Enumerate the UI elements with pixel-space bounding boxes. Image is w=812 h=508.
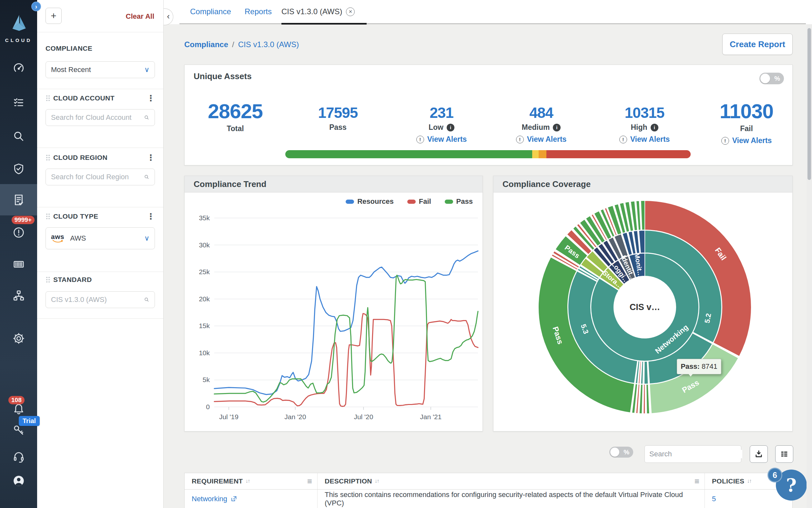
cloud-account-search-input[interactable] bbox=[51, 113, 144, 122]
breadcrumb: Compliance / CIS v1.3.0 (AWS) bbox=[184, 40, 299, 49]
requirement-link[interactable]: Networking bbox=[192, 495, 237, 503]
standard-value-input[interactable] bbox=[51, 296, 144, 304]
kebab-menu-icon[interactable]: ⋮ bbox=[146, 213, 155, 220]
sort-icon[interactable]: ↓↑ bbox=[245, 478, 249, 484]
cloud-region-search[interactable] bbox=[46, 169, 155, 185]
sidebar-item-profile[interactable] bbox=[0, 474, 37, 488]
table-search[interactable] bbox=[644, 446, 741, 463]
view-alerts-link[interactable]: !View Alerts bbox=[416, 135, 467, 144]
legend-item-pass[interactable]: Pass bbox=[445, 197, 473, 206]
add-filter-button[interactable]: + bbox=[46, 8, 62, 24]
app-logo[interactable]: CLOUD bbox=[0, 13, 37, 43]
sidebar-item-topology[interactable] bbox=[0, 289, 37, 302]
sunburst-segment[interactable] bbox=[640, 201, 645, 230]
column-menu-icon[interactable]: ≡ bbox=[307, 476, 312, 486]
bar-segment-high bbox=[546, 150, 690, 158]
info-icon[interactable]: i bbox=[651, 124, 658, 131]
view-alerts-link[interactable]: !View Alerts bbox=[721, 136, 772, 145]
sunburst-segment[interactable] bbox=[644, 362, 649, 384]
vertical-scrollbar[interactable] bbox=[807, 24, 812, 508]
gauge-icon bbox=[12, 62, 25, 75]
sunburst-segment[interactable] bbox=[643, 384, 645, 414]
coverage-sunburst-chart[interactable]: Fail5.2PassNetworking5.3PassPassStora…Lo… bbox=[493, 193, 793, 432]
sidebar-item-settings[interactable] bbox=[0, 332, 37, 345]
stat-label: Low bbox=[429, 123, 443, 132]
tab-compliance[interactable]: Compliance bbox=[190, 7, 231, 16]
sidebar-item-containers[interactable] bbox=[0, 258, 37, 271]
sidebar-expand-button[interactable]: › bbox=[31, 2, 41, 11]
scrollbar-thumb[interactable] bbox=[808, 28, 811, 180]
checklist-icon bbox=[12, 96, 25, 109]
stat-low: 231Lowi!View Alerts bbox=[393, 105, 490, 144]
trend-line-chart[interactable]: 05k10k15k20k25k30k35kJul '19Jan '20Jul '… bbox=[185, 207, 483, 433]
sort-icon[interactable]: ↓↑ bbox=[375, 478, 379, 484]
cloud-type-select[interactable]: aws AWS ∨ bbox=[46, 227, 155, 249]
download-table-button[interactable] bbox=[750, 446, 768, 463]
table-search-input[interactable] bbox=[649, 450, 742, 458]
breadcrumb-compliance[interactable]: Compliance bbox=[184, 40, 228, 49]
table-columns-button[interactable] bbox=[775, 446, 793, 463]
tab-underline-track bbox=[180, 23, 806, 24]
drag-handle-icon[interactable] bbox=[46, 276, 50, 283]
kebab-menu-icon[interactable]: ⋮ bbox=[146, 95, 155, 101]
cloud-account-search[interactable] bbox=[46, 109, 155, 126]
sidebar-item-policies[interactable] bbox=[0, 162, 37, 175]
stat-high: 10315Highi!View Alerts bbox=[596, 105, 693, 144]
avatar-icon bbox=[12, 474, 26, 488]
filter-header-cloud-type: CLOUD TYPE bbox=[53, 212, 98, 220]
search-icon bbox=[144, 296, 149, 303]
sidebar-item-compliance-active[interactable] bbox=[0, 193, 37, 207]
breadcrumb-current[interactable]: CIS v1.3.0 (AWS) bbox=[238, 40, 299, 49]
drag-handle-icon[interactable] bbox=[46, 213, 50, 220]
filter-section-cloud-account: CLOUD ACCOUNT ⋮ bbox=[37, 89, 163, 148]
svg-text:10k: 10k bbox=[199, 349, 210, 356]
sidebar-item-support[interactable] bbox=[0, 450, 37, 463]
drag-handle-icon[interactable] bbox=[46, 95, 50, 102]
legend-item-resources[interactable]: Resources bbox=[346, 197, 394, 206]
percent-toggle[interactable]: % bbox=[759, 73, 784, 84]
sidebar-item-dashboard[interactable] bbox=[0, 62, 37, 75]
sidebar-item-notifications[interactable] bbox=[0, 403, 37, 415]
legend-marker bbox=[445, 200, 453, 204]
compliance-sort-select[interactable]: Most Recent ∨ bbox=[46, 61, 155, 78]
sidebar-item-inventory[interactable] bbox=[0, 96, 37, 109]
view-alerts-link[interactable]: !View Alerts bbox=[516, 135, 567, 144]
close-tab-icon[interactable]: ✕ bbox=[346, 7, 355, 16]
tab-reports[interactable]: Reports bbox=[245, 7, 272, 16]
stat-fail: 11030Fail!View Alerts bbox=[698, 100, 795, 145]
stat-total: 28625Total bbox=[187, 100, 284, 133]
cloud-region-search-input[interactable] bbox=[51, 173, 144, 181]
kebab-menu-icon[interactable]: ⋮ bbox=[146, 154, 155, 161]
view-alerts-link[interactable]: !View Alerts bbox=[619, 135, 670, 144]
sort-icon[interactable]: ↓↑ bbox=[747, 478, 751, 484]
logo-text: CLOUD bbox=[0, 38, 37, 43]
search-nav-icon bbox=[12, 130, 25, 143]
sunburst-segment[interactable] bbox=[639, 384, 643, 414]
standard-filter-input[interactable] bbox=[46, 291, 155, 308]
column-header-requirement[interactable]: REQUIREMENT↓↑ ≡ bbox=[185, 473, 317, 489]
table-percent-toggle[interactable]: % bbox=[609, 447, 633, 458]
sunburst-segment[interactable] bbox=[639, 230, 645, 253]
legend-item-fail[interactable]: Fail bbox=[407, 197, 431, 206]
svg-text:Jan '21: Jan '21 bbox=[420, 413, 441, 421]
column-header-description[interactable]: DESCRIPTION↓↑ ≡ bbox=[317, 473, 705, 489]
drag-handle-icon[interactable] bbox=[46, 154, 50, 161]
stat-label: Fail bbox=[740, 124, 753, 133]
table-header-row: REQUIREMENT↓↑ ≡ DESCRIPTION↓↑ ≡ POLICIES… bbox=[185, 473, 792, 490]
policies-count-link[interactable]: 5 bbox=[712, 495, 716, 503]
headset-icon bbox=[12, 450, 25, 463]
create-report-button[interactable]: Create Report bbox=[722, 34, 793, 55]
stat-label: Total bbox=[227, 124, 244, 133]
active-tab-underline bbox=[281, 23, 367, 25]
network-icon bbox=[12, 289, 25, 302]
clear-all-filters-link[interactable]: Clear All bbox=[126, 12, 154, 21]
info-icon[interactable]: i bbox=[553, 124, 561, 131]
sidebar-item-search[interactable] bbox=[0, 130, 37, 143]
info-icon[interactable]: i bbox=[447, 124, 455, 131]
tab-cis-v130-aws[interactable]: CIS v1.3.0 (AWS) ✕ bbox=[281, 7, 355, 16]
stat-label: High bbox=[631, 123, 647, 132]
trend-series-fail bbox=[214, 313, 478, 407]
column-menu-icon[interactable]: ≡ bbox=[695, 476, 699, 486]
sidebar-item-alerts[interactable] bbox=[0, 226, 37, 239]
sunburst-segment[interactable] bbox=[646, 384, 649, 414]
